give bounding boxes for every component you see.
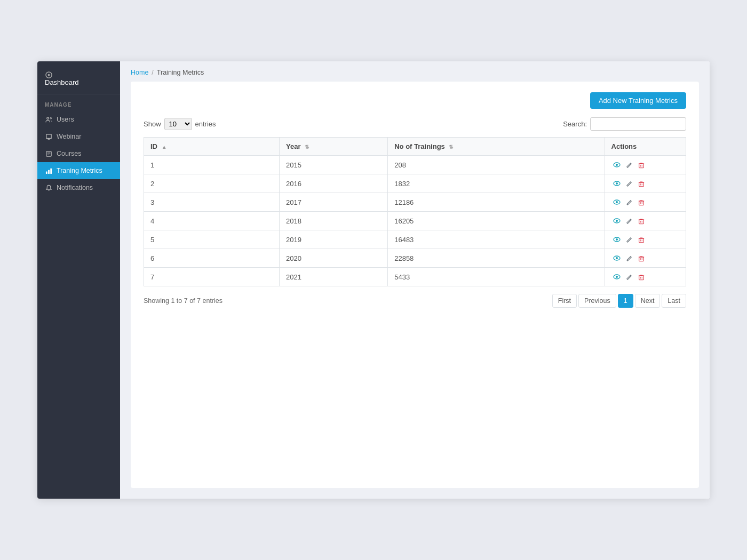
sidebar-item-training-metrics[interactable]: Traning Metrics [37,162,120,179]
table-body: 12015208 220161832 3201712186 [144,156,686,286]
delete-button[interactable] [637,198,646,207]
edit-button[interactable] [624,254,634,263]
page-previous-button[interactable]: Previous [578,294,616,308]
pagination-controls: First Previous 1 Next Last [552,294,686,308]
svg-rect-10 [639,163,643,167]
delete-button[interactable] [637,273,646,282]
cell-trainings: 208 [388,156,605,174]
delete-button[interactable] [637,179,646,188]
edit-button[interactable] [624,235,634,244]
add-new-button[interactable]: Add New Training Metrics [590,92,686,109]
col-actions: Actions [605,138,686,156]
table-row: 4201816205 [144,212,686,230]
sort-year-icon: ⇅ [305,144,309,150]
cell-year: 2021 [280,268,388,286]
svg-point-15 [616,201,618,203]
svg-rect-19 [639,219,643,223]
sidebar-item-webinar[interactable]: Webinar [37,128,120,145]
sidebar-item-label-courses: Courses [57,150,82,157]
delete-button[interactable] [637,217,646,226]
entries-label: entries [195,120,216,128]
col-id[interactable]: ID ▲ [144,138,280,156]
cell-trainings: 5433 [388,268,605,286]
view-button[interactable] [611,272,622,282]
svg-point-24 [616,257,618,259]
table-head: ID ▲ Year ⇅ No of Trainings ⇅ Actions [144,138,686,156]
cell-trainings: 1832 [388,174,605,193]
cell-year: 2020 [280,249,388,268]
bell-icon [45,184,52,191]
svg-point-18 [616,220,618,222]
table-row: 720215433 [144,268,686,286]
svg-point-27 [616,276,618,278]
table-row: 5201916483 [144,230,686,249]
cell-id: 6 [144,249,280,268]
col-year[interactable]: Year ⇅ [280,138,388,156]
table-row: 12015208 [144,156,686,174]
edit-button[interactable] [624,217,634,226]
delete-button[interactable] [637,254,646,263]
delete-button[interactable] [637,235,646,244]
search-box: Search: [563,117,686,131]
sidebar-item-courses[interactable]: Courses [37,145,120,162]
svg-rect-16 [639,201,643,205]
page-next-button[interactable]: Next [635,294,661,308]
svg-rect-5 [45,171,47,174]
sort-id-icon: ▲ [162,144,167,150]
view-button[interactable] [611,160,622,170]
sidebar-item-label-webinar: Webinar [57,133,81,140]
show-entries-control: Show 10 25 50 100 entries [144,118,216,130]
sidebar-item-label-notifications: Notifications [57,184,93,191]
edit-button[interactable] [624,198,634,207]
breadcrumb-home[interactable]: Home [131,69,148,76]
page-last-button[interactable]: Last [662,294,686,308]
search-input[interactable] [590,117,686,131]
action-icons [611,179,679,188]
cell-year: 2015 [280,156,388,174]
table-controls: Show 10 25 50 100 entries Search: [144,117,686,131]
col-id-label: ID [150,142,157,150]
view-button[interactable] [611,197,622,207]
main-content: Home / Training Metrics Add New Training… [120,61,710,499]
edit-button[interactable] [624,161,634,170]
webinar-icon [45,133,52,140]
svg-rect-22 [639,238,643,242]
view-button[interactable] [611,253,622,263]
sidebar-section-manage: MANAGE [37,94,120,111]
edit-button[interactable] [624,179,634,188]
svg-point-2 [46,117,49,119]
sidebar-item-label-users: Users [57,116,74,123]
svg-rect-7 [50,168,52,173]
sort-trainings-icon: ⇅ [449,144,453,150]
col-trainings[interactable]: No of Trainings ⇅ [388,138,605,156]
cell-actions [605,230,686,249]
users-icon [45,116,52,123]
view-button[interactable] [611,235,622,244]
delete-button[interactable] [637,161,646,170]
action-icons [611,160,679,170]
pagination-row: Showing 1 to 7 of 7 entries First Previo… [144,294,686,308]
cell-id: 2 [144,174,280,193]
view-button[interactable] [611,179,622,188]
page-1-button[interactable]: 1 [618,294,633,308]
cell-id: 7 [144,268,280,286]
view-button[interactable] [611,216,622,226]
chart-icon [45,167,52,174]
search-label: Search: [563,120,587,128]
sidebar-item-users[interactable]: Users [37,111,120,128]
entries-select[interactable]: 10 25 50 100 [164,118,192,130]
sidebar-dashboard-item[interactable]: Dashboard [37,61,120,94]
cell-year: 2016 [280,174,388,193]
cell-actions [605,174,686,193]
action-icons [611,253,679,263]
cell-id: 3 [144,193,280,212]
cell-actions [605,212,686,230]
page-first-button[interactable]: First [552,294,577,308]
action-icons [611,235,679,244]
edit-button[interactable] [624,273,634,282]
breadcrumb-separator: / [152,69,153,76]
col-actions-label: Actions [611,142,637,150]
show-label: Show [144,120,161,128]
cell-year: 2018 [280,212,388,230]
sidebar-item-notifications[interactable]: Notifications [37,179,120,196]
